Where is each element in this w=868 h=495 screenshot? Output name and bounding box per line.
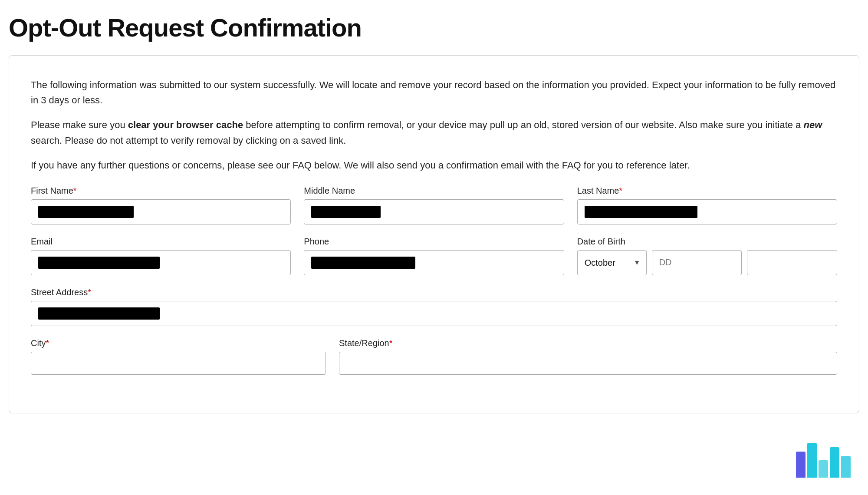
- email-label: Email: [31, 237, 291, 247]
- city-label: City*: [31, 338, 326, 348]
- state-input[interactable]: Alaska: [339, 352, 837, 375]
- last-name-group: Last Name*: [577, 186, 837, 224]
- first-name-label: First Name*: [31, 186, 291, 196]
- state-group: State/Region* Alaska: [339, 338, 837, 375]
- phone-field[interactable]: [304, 250, 564, 275]
- phone-group: Phone: [304, 237, 564, 275]
- middle-name-group: Middle Name: [304, 186, 564, 224]
- city-input[interactable]: Anchorage: [31, 352, 326, 375]
- form-section: First Name* Middle Name Last Name*: [31, 186, 837, 375]
- city-state-row: City* Anchorage State/Region* Alaska: [31, 338, 837, 375]
- phone-label: Phone: [304, 237, 564, 247]
- street-address-group: Street Address*: [31, 287, 837, 326]
- state-label: State/Region*: [339, 338, 837, 348]
- info-paragraph-2: Please make sure you clear your browser …: [31, 117, 837, 148]
- first-name-required: *: [73, 186, 77, 195]
- page-title: Opt-Out Request Confirmation: [9, 13, 859, 42]
- dob-group: Date of Birth January February March Apr…: [577, 237, 837, 275]
- email-field[interactable]: [31, 250, 291, 275]
- last-name-required: *: [619, 186, 622, 195]
- form-card: The following information was submitted …: [9, 55, 859, 413]
- street-address-field[interactable]: [31, 301, 837, 326]
- street-address-label: Street Address*: [31, 287, 837, 297]
- middle-name-field[interactable]: [304, 199, 564, 224]
- chat-bar-2: [807, 443, 817, 478]
- state-required: *: [389, 338, 393, 348]
- city-required: *: [46, 338, 49, 348]
- dob-year-input[interactable]: 1977: [747, 250, 837, 275]
- email-group: Email: [31, 237, 291, 275]
- last-name-label: Last Name*: [577, 186, 837, 196]
- city-group: City* Anchorage: [31, 338, 326, 375]
- dob-month-wrap: January February March April May June Ju…: [577, 250, 647, 275]
- street-required: *: [88, 287, 91, 297]
- dob-label: Date of Birth: [577, 237, 837, 247]
- street-row: Street Address*: [31, 287, 837, 326]
- chat-bar-1: [796, 452, 806, 478]
- first-name-field[interactable]: [31, 199, 291, 224]
- chat-widget[interactable]: [796, 443, 851, 478]
- dob-month-select[interactable]: January February March April May June Ju…: [577, 250, 647, 275]
- middle-name-label: Middle Name: [304, 186, 564, 196]
- chat-bar-5: [841, 456, 851, 478]
- info-paragraph-3: If you have any further questions or con…: [31, 158, 837, 173]
- email-phone-dob-row: Email Phone Date of Birth January Feb: [31, 237, 837, 275]
- italic-new-text: new: [803, 119, 822, 130]
- info-paragraph-1: The following information was submitted …: [31, 77, 837, 108]
- dob-day-input[interactable]: [652, 250, 742, 275]
- bold-cache-text: clear your browser cache: [128, 119, 243, 130]
- last-name-field[interactable]: [577, 199, 837, 224]
- first-name-group: First Name*: [31, 186, 291, 224]
- chat-bar-3: [819, 460, 828, 478]
- name-row: First Name* Middle Name Last Name*: [31, 186, 837, 224]
- dob-inputs: January February March April May June Ju…: [577, 250, 837, 275]
- chat-bar-4: [830, 447, 839, 478]
